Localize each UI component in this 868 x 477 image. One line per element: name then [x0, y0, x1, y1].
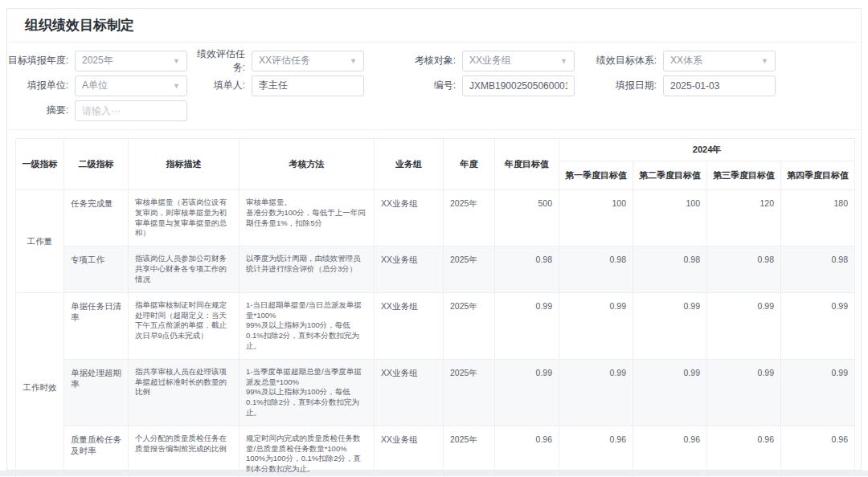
cell-method: 以季度为统计周期，由绩效管理员统计并进行综合评价（总分3分）: [240, 247, 375, 292]
chevron-down-icon: ▼: [350, 57, 357, 65]
cell-year: 2025年: [444, 247, 495, 292]
cell-q3-target: 120: [707, 190, 781, 247]
cell-q2-target: 0.96: [633, 426, 707, 477]
cell-q1-target: 0.98: [559, 247, 633, 292]
cell-method: 规定时间内完成的质量质检任务数量/总质量质检任务数量*100% 100%为100…: [240, 426, 375, 477]
cell-desc: 指该岗位人员参加公司财务共享中心财务各专项工作的情况: [129, 247, 240, 292]
cell-year: 2025年: [444, 292, 495, 359]
chevron-down-icon: ▼: [173, 57, 180, 65]
cell-q3-target: 0.96: [707, 426, 781, 477]
cell-q4-target: 0.99: [781, 292, 855, 359]
table-row: 工作时效 单据任务日清率 指单据审核制证时间在规定处理时间（超期定义：当天下午五…: [16, 292, 855, 359]
col-header-annual: 年度目标值: [495, 139, 559, 190]
cell-level2: 单据任务日清率: [64, 292, 129, 359]
chevron-down-icon: ▼: [173, 82, 180, 90]
col-header-method: 考核方法: [240, 139, 375, 190]
cell-q4-target: 0.98: [781, 247, 855, 292]
eval-task-select[interactable]: XX评估任务 ▼: [252, 51, 364, 71]
form-row-1: 目标填报年度: 2025年 ▼ 绩效评估任务: XX评估任务 ▼ 考核对象: X…: [7, 48, 861, 73]
chevron-down-icon: ▼: [761, 57, 768, 65]
field-summary: 摘要:: [7, 100, 187, 121]
target-year-select[interactable]: 2025年 ▼: [75, 51, 187, 71]
target-system-label: 绩效目标体系:: [575, 54, 663, 67]
form-row-3: 摘要:: [7, 98, 861, 123]
cell-annual-target: 0.99: [495, 359, 559, 426]
number-input[interactable]: [462, 75, 575, 96]
target-system-select[interactable]: XX体系 ▼: [663, 51, 776, 71]
col-header-q1: 第一季度目标值: [559, 161, 633, 190]
summary-input[interactable]: [75, 100, 187, 121]
field-eval-task: 绩效评估任务: XX评估任务 ▼: [187, 47, 364, 75]
cell-q1-target: 0.99: [559, 292, 633, 359]
form-row-2: 填报单位: A单位 ▼ 填单人: 编号: 填报日期:: [7, 73, 861, 98]
report-unit-select[interactable]: A单位 ▼: [75, 75, 187, 96]
cell-year: 2025年: [444, 190, 495, 247]
target-year-label: 目标填报年度:: [7, 54, 75, 67]
summary-label: 摘要:: [7, 104, 75, 117]
cell-level2: 单据处理超期率: [64, 359, 129, 426]
cell-group: XX业务组: [375, 292, 444, 359]
report-date-input[interactable]: [663, 75, 776, 96]
cell-desc: 审核单据量（若该岗位设有复审岗，则审核单据量为初审单据量与复审单据量的总和）: [129, 190, 240, 247]
col-header-level2: 二级指标: [64, 139, 129, 190]
cell-annual-target: 0.99: [495, 292, 559, 359]
cell-group: XX业务组: [375, 247, 444, 292]
field-assess-object: 考核对象: XX业务组 ▼: [364, 51, 575, 71]
filler-input[interactable]: [252, 75, 364, 96]
cell-q2-target: 0.99: [633, 359, 707, 426]
cell-annual-target: 500: [495, 190, 559, 247]
cell-annual-target: 0.96: [495, 426, 559, 477]
cell-level2: 专项工作: [64, 247, 129, 292]
table-row: 质量质检任务及时率 个人分配的质量质检任务在质量报告编制前完成的比例 规定时间内…: [16, 426, 855, 477]
col-header-q2: 第二季度目标值: [633, 161, 707, 190]
field-target-year: 目标填报年度: 2025年 ▼: [7, 51, 187, 71]
table-row: 专项工作 指该岗位人员参加公司财务共享中心财务各专项工作的情况 以季度为统计周期…: [16, 247, 855, 292]
table-row: 单据处理超期率 指共享审核人员在处理该项单据超过标准时长的数量的比例 1-当季度…: [16, 359, 855, 426]
filler-label: 填单人:: [187, 79, 252, 92]
indicator-table: 一级指标 二级指标 指标描述 考核方法 业务组 年度 年度目标值 2024年 第…: [15, 138, 855, 477]
cell-level2: 任务完成量: [64, 190, 129, 247]
cell-group: XX业务组: [375, 190, 444, 247]
cell-q3-target: 0.99: [707, 359, 781, 426]
col-header-level1: 一级指标: [16, 139, 64, 190]
col-header-q3: 第三季度目标值: [707, 161, 781, 190]
cell-q4-target: 0.99: [781, 359, 855, 426]
cell-q1-target: 0.99: [559, 359, 633, 426]
eval-task-label: 绩效评估任务:: [187, 47, 252, 75]
cell-q4-target: 180: [781, 190, 855, 247]
cell-level1-timeliness: 工作时效: [16, 292, 64, 477]
cell-q1-target: 0.96: [559, 426, 633, 477]
table-row: 工作量 任务完成量 审核单据量（若该岗位设有复审岗，则审核单据量为初审单据量与复…: [16, 190, 855, 247]
cell-annual-target: 0.98: [495, 247, 559, 292]
report-date-label: 填报日期:: [575, 79, 663, 92]
assess-object-label: 考核对象:: [364, 54, 462, 67]
cell-group: XX业务组: [375, 426, 444, 477]
cell-desc: 个人分配的质量质检任务在质量报告编制前完成的比例: [129, 426, 240, 477]
field-filler: 填单人:: [187, 75, 364, 96]
cell-desc: 指共享审核人员在处理该项单据超过标准时长的数量的比例: [129, 359, 240, 426]
col-header-year-group: 2024年: [559, 139, 855, 161]
col-header-year: 年度: [444, 139, 495, 190]
cell-level1-workload: 工作量: [16, 190, 64, 293]
cell-group: XX业务组: [375, 359, 444, 426]
cell-q3-target: 0.98: [707, 247, 781, 292]
cell-q2-target: 0.98: [633, 247, 707, 292]
cell-desc: 指单据审核制证时间在规定处理时间（超期定义：当天下午五点前派的单据，截止次日早9…: [129, 292, 240, 359]
chevron-down-icon: ▼: [560, 57, 567, 65]
field-target-system: 绩效目标体系: XX体系 ▼: [575, 51, 776, 71]
col-header-group: 业务组: [375, 139, 444, 190]
cell-method: 审核单据量。 基准分数为100分，每低于上一年同期任务量1%，扣除5分: [240, 190, 375, 247]
assess-object-select[interactable]: XX业务组 ▼: [462, 51, 575, 71]
main-card: 组织绩效目标制定 目标填报年度: 2025年 ▼ 绩效评估任务: XX评估任务 …: [6, 8, 862, 471]
cell-q4-target: 0.96: [781, 426, 855, 477]
cell-method: 1-当季度单据超期总量/当季度单据派发总量*100% 99%及以上指标为100分…: [240, 359, 375, 426]
field-number: 编号:: [364, 75, 575, 96]
field-report-date: 填报日期:: [575, 75, 776, 96]
cell-q1-target: 100: [559, 190, 633, 247]
title-bar: 组织绩效目标制定: [7, 9, 861, 43]
cell-year: 2025年: [444, 426, 495, 477]
number-label: 编号:: [364, 79, 462, 92]
cell-level2: 质量质检任务及时率: [64, 426, 129, 477]
cell-q3-target: 0.99: [707, 292, 781, 359]
cell-method: 1-当日超期单据量/当日总派发单据量*100% 99%及以上指标为100分，每低…: [240, 292, 375, 359]
